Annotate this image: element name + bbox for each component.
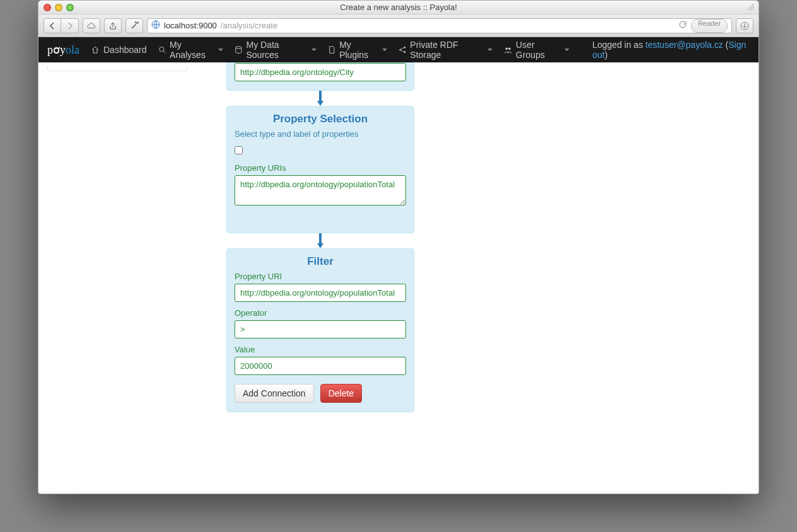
home-icon xyxy=(91,45,100,54)
delete-button[interactable]: Delete xyxy=(320,384,362,403)
chevron-down-icon xyxy=(564,49,569,51)
operator-label: Operator xyxy=(235,308,406,318)
node-subtitle: Select type and label of properties xyxy=(235,129,406,139)
downloads-button[interactable] xyxy=(736,18,753,33)
resize-icon[interactable] xyxy=(747,3,755,11)
nav-label: Dashboard xyxy=(103,45,147,55)
svg-point-3 xyxy=(236,47,241,49)
node-filter: Filter Property URI Operator Value Add C… xyxy=(226,248,414,412)
reader-button[interactable]: Reader xyxy=(691,19,728,33)
database-icon xyxy=(235,45,243,54)
property-uri-input[interactable] xyxy=(235,284,406,302)
node-title: Filter xyxy=(235,255,406,268)
chevron-down-icon xyxy=(218,49,223,51)
svg-marker-12 xyxy=(317,243,323,248)
nav-label: My Analyses xyxy=(170,40,214,60)
address-bar[interactable]: localhost:9000/analysis/create Reader xyxy=(147,18,732,33)
svg-point-2 xyxy=(159,47,163,52)
user-link[interactable]: testuser@payola.cz xyxy=(646,40,723,50)
login-status: Logged in as testuser@payola.cz (Sign ou… xyxy=(592,40,750,60)
nav-label: User Groups xyxy=(516,40,561,60)
app-navbar: pơyola Dashboard My Analyses My Data Sou… xyxy=(38,37,759,62)
property-uris-input[interactable]: http://dbpedia.org/ontology/populationTo… xyxy=(235,175,406,205)
select-type-checkbox[interactable] xyxy=(235,146,243,154)
icloud-button[interactable] xyxy=(83,18,100,33)
nav-dashboard[interactable]: Dashboard xyxy=(91,45,147,55)
svg-marker-10 xyxy=(317,101,323,106)
browser-window: Create a new analysis :: Payola! localho… xyxy=(38,0,759,494)
nav-my-analyses[interactable]: My Analyses xyxy=(158,40,223,60)
nav-buttons xyxy=(44,18,79,33)
connector xyxy=(226,233,414,248)
share-icon xyxy=(398,45,407,54)
property-uris-label: Property URIs xyxy=(235,163,406,173)
analysis-pipeline: Property Selection Select type and label… xyxy=(226,62,414,412)
titlebar: Create a new analysis :: Payola! xyxy=(38,1,759,14)
search-icon xyxy=(158,45,166,54)
connector xyxy=(226,91,414,106)
back-button[interactable] xyxy=(44,18,61,33)
globe-icon xyxy=(151,20,160,31)
add-connection-button[interactable]: Add Connection xyxy=(235,384,314,403)
url-host: localhost:9000 xyxy=(164,21,217,30)
share-button[interactable] xyxy=(104,18,122,33)
nav-label: My Plugins xyxy=(339,40,378,60)
logo[interactable]: pơyola xyxy=(47,43,79,57)
content-area: Property Selection Select type and label… xyxy=(38,62,759,494)
chevron-down-icon xyxy=(311,49,317,51)
svg-point-8 xyxy=(509,47,511,50)
operator-input[interactable] xyxy=(235,320,406,338)
dev-button[interactable] xyxy=(125,18,143,33)
nav-private-rdf-storage[interactable]: Private RDF Storage xyxy=(398,40,493,60)
nav-label: My Data Sources xyxy=(247,40,308,60)
nav-label: Private RDF Storage xyxy=(410,40,484,60)
value-label: Value xyxy=(235,345,406,354)
url-path: /analysis/create xyxy=(221,21,277,30)
nav-my-plugins[interactable]: My Plugins xyxy=(328,40,387,60)
nav-my-data-sources[interactable]: My Data Sources xyxy=(235,40,317,60)
chevron-down-icon xyxy=(487,49,492,51)
node-title: Property Selection xyxy=(235,113,406,125)
browser-toolbar: localhost:9000/analysis/create Reader xyxy=(38,14,759,37)
node-typed xyxy=(226,62,414,91)
svg-point-7 xyxy=(506,47,508,50)
forward-button[interactable] xyxy=(61,18,79,33)
users-icon xyxy=(504,45,512,54)
typed-uri-input[interactable] xyxy=(235,63,406,81)
window-title: Create a new analysis :: Payola! xyxy=(38,3,759,12)
node-property-selection: Property Selection Select type and label… xyxy=(226,106,414,233)
nav-user-groups[interactable]: User Groups xyxy=(504,40,569,60)
file-icon xyxy=(328,45,336,54)
value-input[interactable] xyxy=(235,357,406,375)
reload-icon[interactable] xyxy=(678,20,687,31)
chevron-down-icon xyxy=(382,49,387,51)
sidebar-panel xyxy=(47,66,187,71)
app-viewport: pơyola Dashboard My Analyses My Data Sou… xyxy=(38,37,759,494)
property-uri-label: Property URI xyxy=(235,272,406,281)
